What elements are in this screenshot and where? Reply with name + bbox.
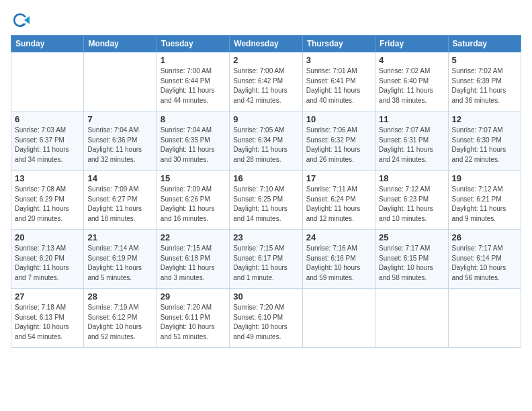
calendar-cell: [375, 289, 448, 348]
calendar-cell: 22Sunrise: 7:15 AM Sunset: 6:18 PM Dayli…: [157, 230, 229, 289]
day-detail: Sunrise: 7:02 AM Sunset: 6:39 PM Dayligh…: [452, 66, 517, 105]
calendar-week-row: 1Sunrise: 7:00 AM Sunset: 6:44 PM Daylig…: [11, 52, 521, 111]
day-detail: Sunrise: 7:13 AM Sunset: 6:20 PM Dayligh…: [15, 244, 80, 283]
day-detail: Sunrise: 7:12 AM Sunset: 6:21 PM Dayligh…: [452, 185, 517, 224]
weekday-header: Monday: [84, 36, 157, 52]
day-detail: Sunrise: 7:11 AM Sunset: 6:24 PM Dayligh…: [306, 185, 371, 224]
calendar-table: SundayMondayTuesdayWednesdayThursdayFrid…: [11, 35, 521, 348]
calendar-cell: 13Sunrise: 7:08 AM Sunset: 6:29 PM Dayli…: [11, 171, 84, 230]
day-detail: Sunrise: 7:15 AM Sunset: 6:18 PM Dayligh…: [161, 244, 226, 283]
day-number: 3: [306, 55, 371, 65]
day-detail: Sunrise: 7:09 AM Sunset: 6:27 PM Dayligh…: [87, 185, 152, 224]
calendar-week-row: 6Sunrise: 7:03 AM Sunset: 6:37 PM Daylig…: [11, 111, 521, 171]
day-number: 11: [379, 114, 444, 124]
calendar-cell: 25Sunrise: 7:17 AM Sunset: 6:15 PM Dayli…: [375, 230, 448, 289]
day-number: 5: [452, 55, 517, 65]
calendar-cell: 6Sunrise: 7:03 AM Sunset: 6:37 PM Daylig…: [11, 111, 84, 171]
day-number: 13: [15, 173, 80, 183]
weekday-header: Saturday: [448, 36, 521, 52]
calendar-cell: 5Sunrise: 7:02 AM Sunset: 6:39 PM Daylig…: [448, 52, 521, 111]
day-number: 27: [15, 291, 80, 302]
calendar-cell: 2Sunrise: 7:00 AM Sunset: 6:42 PM Daylig…: [230, 52, 302, 111]
day-detail: Sunrise: 7:16 AM Sunset: 6:16 PM Dayligh…: [306, 244, 371, 283]
day-detail: Sunrise: 7:00 AM Sunset: 6:42 PM Dayligh…: [233, 66, 298, 105]
day-detail: Sunrise: 7:19 AM Sunset: 6:12 PM Dayligh…: [87, 303, 152, 342]
day-number: 1: [161, 55, 226, 65]
day-detail: Sunrise: 7:07 AM Sunset: 6:30 PM Dayligh…: [452, 126, 517, 165]
day-detail: Sunrise: 7:14 AM Sunset: 6:19 PM Dayligh…: [87, 244, 152, 283]
day-number: 29: [161, 291, 226, 302]
logo-icon: [11, 11, 30, 30]
calendar-cell: 3Sunrise: 7:01 AM Sunset: 6:41 PM Daylig…: [302, 52, 375, 111]
day-number: 14: [87, 173, 152, 183]
day-detail: Sunrise: 7:08 AM Sunset: 6:29 PM Dayligh…: [15, 185, 80, 224]
day-detail: Sunrise: 7:04 AM Sunset: 6:35 PM Dayligh…: [161, 126, 226, 165]
calendar-cell: 7Sunrise: 7:04 AM Sunset: 6:36 PM Daylig…: [84, 111, 157, 171]
logo: [11, 11, 32, 30]
day-number: 21: [87, 232, 152, 242]
day-detail: Sunrise: 7:02 AM Sunset: 6:40 PM Dayligh…: [379, 66, 444, 105]
calendar-cell: 21Sunrise: 7:14 AM Sunset: 6:19 PM Dayli…: [84, 230, 157, 289]
day-detail: Sunrise: 7:06 AM Sunset: 6:32 PM Dayligh…: [306, 126, 371, 165]
day-number: 19: [452, 173, 517, 183]
weekday-header: Friday: [375, 36, 448, 52]
day-number: 12: [452, 114, 517, 124]
day-detail: Sunrise: 7:04 AM Sunset: 6:36 PM Dayligh…: [87, 126, 152, 165]
day-number: 30: [233, 291, 298, 302]
calendar-week-row: 27Sunrise: 7:18 AM Sunset: 6:13 PM Dayli…: [11, 289, 521, 348]
day-number: 24: [306, 232, 371, 242]
calendar-header: SundayMondayTuesdayWednesdayThursdayFrid…: [11, 36, 521, 52]
day-detail: Sunrise: 7:10 AM Sunset: 6:25 PM Dayligh…: [233, 185, 298, 224]
calendar-cell: 12Sunrise: 7:07 AM Sunset: 6:30 PM Dayli…: [448, 111, 521, 171]
calendar-cell: 9Sunrise: 7:05 AM Sunset: 6:34 PM Daylig…: [230, 111, 302, 171]
day-number: 17: [306, 173, 371, 183]
day-number: 7: [87, 114, 152, 124]
calendar-cell: 19Sunrise: 7:12 AM Sunset: 6:21 PM Dayli…: [448, 171, 521, 230]
day-detail: Sunrise: 7:03 AM Sunset: 6:37 PM Dayligh…: [15, 126, 80, 165]
calendar-cell: 1Sunrise: 7:00 AM Sunset: 6:44 PM Daylig…: [157, 52, 229, 111]
day-detail: Sunrise: 7:17 AM Sunset: 6:15 PM Dayligh…: [379, 244, 444, 283]
day-detail: Sunrise: 7:09 AM Sunset: 6:26 PM Dayligh…: [161, 185, 226, 224]
calendar-cell: 20Sunrise: 7:13 AM Sunset: 6:20 PM Dayli…: [11, 230, 84, 289]
day-number: 20: [15, 232, 80, 242]
day-detail: Sunrise: 7:20 AM Sunset: 6:10 PM Dayligh…: [233, 303, 298, 342]
calendar-cell: 4Sunrise: 7:02 AM Sunset: 6:40 PM Daylig…: [375, 52, 448, 111]
calendar-cell: 30Sunrise: 7:20 AM Sunset: 6:10 PM Dayli…: [230, 289, 302, 348]
day-detail: Sunrise: 7:00 AM Sunset: 6:44 PM Dayligh…: [161, 66, 226, 105]
day-detail: Sunrise: 7:20 AM Sunset: 6:11 PM Dayligh…: [161, 303, 226, 342]
calendar-cell: 24Sunrise: 7:16 AM Sunset: 6:16 PM Dayli…: [302, 230, 375, 289]
day-detail: Sunrise: 7:01 AM Sunset: 6:41 PM Dayligh…: [306, 66, 371, 105]
day-detail: Sunrise: 7:18 AM Sunset: 6:13 PM Dayligh…: [15, 303, 80, 342]
weekday-header: Sunday: [11, 36, 84, 52]
day-number: 9: [233, 114, 298, 124]
day-detail: Sunrise: 7:12 AM Sunset: 6:23 PM Dayligh…: [379, 185, 444, 224]
day-number: 23: [233, 232, 298, 242]
calendar-cell: [84, 52, 157, 111]
weekday-header: Tuesday: [157, 36, 229, 52]
day-number: 16: [233, 173, 298, 183]
day-number: 26: [452, 232, 517, 242]
calendar-cell: 11Sunrise: 7:07 AM Sunset: 6:31 PM Dayli…: [375, 111, 448, 171]
calendar-cell: 26Sunrise: 7:17 AM Sunset: 6:14 PM Dayli…: [448, 230, 521, 289]
calendar-week-row: 13Sunrise: 7:08 AM Sunset: 6:29 PM Dayli…: [11, 171, 521, 230]
day-number: 2: [233, 55, 298, 65]
calendar-cell: 28Sunrise: 7:19 AM Sunset: 6:12 PM Dayli…: [84, 289, 157, 348]
weekday-header: Wednesday: [230, 36, 302, 52]
calendar-cell: 8Sunrise: 7:04 AM Sunset: 6:35 PM Daylig…: [157, 111, 229, 171]
weekday-header: Thursday: [302, 36, 375, 52]
calendar-cell: [302, 289, 375, 348]
calendar-cell: 18Sunrise: 7:12 AM Sunset: 6:23 PM Dayli…: [375, 171, 448, 230]
day-detail: Sunrise: 7:05 AM Sunset: 6:34 PM Dayligh…: [233, 126, 298, 165]
page-header: [11, 11, 521, 30]
day-number: 8: [161, 114, 226, 124]
calendar-cell: 10Sunrise: 7:06 AM Sunset: 6:32 PM Dayli…: [302, 111, 375, 171]
calendar-cell: 23Sunrise: 7:15 AM Sunset: 6:17 PM Dayli…: [230, 230, 302, 289]
day-number: 15: [161, 173, 226, 183]
day-number: 28: [87, 291, 152, 302]
day-number: 25: [379, 232, 444, 242]
calendar-cell: [11, 52, 84, 111]
day-number: 4: [379, 55, 444, 65]
day-detail: Sunrise: 7:17 AM Sunset: 6:14 PM Dayligh…: [452, 244, 517, 283]
calendar-cell: [448, 289, 521, 348]
day-number: 18: [379, 173, 444, 183]
